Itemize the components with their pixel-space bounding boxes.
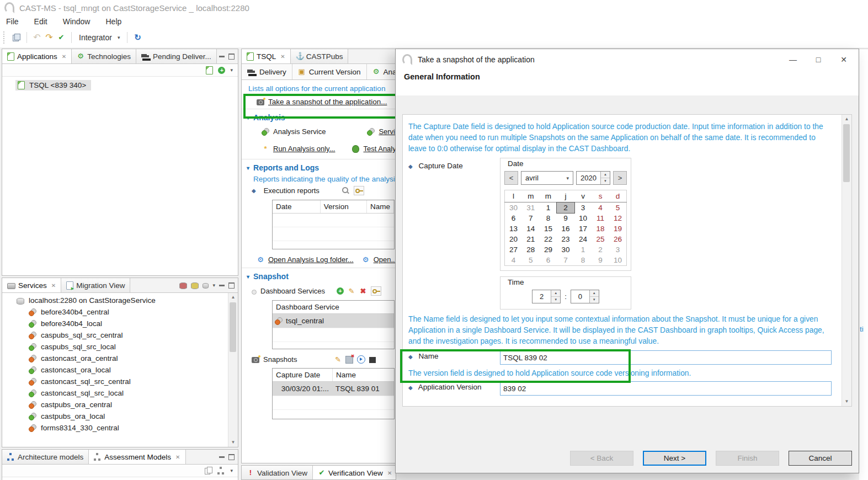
tab-verification-view[interactable]: ✔Verification View✕ [313,466,396,480]
edit-pencil-icon[interactable]: ✎ [334,356,342,364]
calendar-day[interactable]: 4 [592,202,609,214]
refresh-button[interactable]: ↻ [131,33,143,42]
open-analysis-log-link[interactable]: Open Analysis Log folder... [268,255,354,264]
application-tree-item[interactable]: TSQL <839 340> [15,80,91,90]
calendar-day[interactable]: 19 [609,223,627,234]
scrollbar-thumb[interactable] [230,302,236,352]
view-menu-icon[interactable]: ▾ [230,468,233,473]
open-other-log-link[interactable]: Open... [374,255,396,264]
run-snapshot-icon[interactable] [357,355,365,364]
calendar-day[interactable]: 1 [540,202,557,214]
calendar-day[interactable]: 2 [592,244,609,255]
calendar-day[interactable]: 6 [540,255,557,266]
calendar-day[interactable]: 8 [540,213,557,223]
cancel-button[interactable]: Cancel [789,451,852,466]
take-snapshot-link[interactable]: Take a snapshot of the application... [268,98,387,106]
dialog-scrollbar[interactable]: ▲ ▼ [842,115,851,406]
calendar-day[interactable]: 9 [557,213,574,223]
calendar-day[interactable]: 7 [557,255,574,266]
scroll-down-icon[interactable]: ▼ [842,397,851,406]
minute-spinner[interactable]: 0 ▲▼ [571,290,599,303]
tab-pending-deliver[interactable]: Pending Deliver... [136,49,217,63]
table-row[interactable] [273,342,394,349]
table-row[interactable] [273,227,394,241]
save-all-button[interactable] [10,33,23,42]
analysis-section-header[interactable]: ▾ Analysis [242,109,396,125]
back-button[interactable]: < Back [570,451,633,466]
delete-snapshot-icon[interactable] [345,356,353,364]
calendar-day[interactable]: 5 [522,255,540,266]
minimize-panel-icon[interactable] [219,285,225,286]
assessment-model-icon[interactable] [217,467,225,474]
calendar-day[interactable]: 10 [574,213,592,223]
tab-tsql[interactable]: TSQL✕ [242,49,291,63]
view-menu-icon[interactable]: ▾ [212,282,215,288]
tab-castpubs[interactable]: ⚓CASTPubs [291,49,349,63]
calendar-day[interactable]: 24 [574,234,592,244]
table-row[interactable] [273,396,394,410]
close-tab-icon[interactable]: ✕ [387,470,392,476]
calendar-day[interactable]: 22 [540,234,557,244]
minimize-icon[interactable]: — [780,49,806,70]
close-tab-icon[interactable]: ✕ [280,54,285,60]
calendar-day[interactable]: 4 [505,255,523,266]
tab-applications[interactable]: Applications✕ [2,49,72,63]
menu-file[interactable]: File [5,17,20,26]
dashboard-service-row[interactable]: tsql_central [273,314,394,328]
calendar-day[interactable]: 6 [505,213,523,223]
calendar-day[interactable]: 20 [505,234,523,244]
close-icon[interactable]: ✕ [831,49,856,70]
copy-icon[interactable] [205,467,212,474]
close-tab-icon[interactable]: ✕ [175,454,180,460]
run-analysis-link[interactable]: Run Analysis only... [273,145,335,153]
upload-snapshot-icon[interactable] [369,357,376,363]
service-item[interactable]: castoncast_ora_central [2,353,228,364]
spin-down-icon[interactable]: ▼ [601,178,610,184]
scroll-up-icon[interactable]: ▲ [228,293,238,302]
maximize-icon[interactable]: □ [806,49,831,70]
table-row[interactable] [273,241,394,249]
calendar-day-selected[interactable]: 2 [557,202,574,214]
service-item[interactable]: castpubs_ora_local [2,410,228,422]
tab-architecture-models[interactable]: Architecture models [2,450,89,464]
delete-x-icon[interactable]: ✖ [359,287,367,295]
menu-help[interactable]: Help [104,17,123,26]
menu-window[interactable]: Window [62,17,92,26]
maximize-panel-icon[interactable] [228,54,235,60]
subtab-analysis[interactable]: ⚙Analysis [367,64,396,79]
calendar-day[interactable]: 7 [522,213,540,223]
maximize-panel-icon[interactable] [228,454,235,460]
application-version-input[interactable] [500,381,832,396]
month-select[interactable]: avril ▾ [521,171,573,185]
table-row[interactable] [273,328,394,342]
subtab-delivery[interactable]: Delivery [242,64,292,79]
calendar-day[interactable]: 25 [592,234,609,244]
calendar-day[interactable]: 31 [522,202,540,214]
calendar-day[interactable]: 11 [592,213,609,223]
scroll-up-icon[interactable]: ▲ [842,115,851,124]
snapshot-row[interactable]: 30/03/20 01:... TSQL 839 01 [273,382,394,396]
col-version[interactable]: Version [321,200,367,213]
table-row[interactable] [273,410,394,419]
db-icon[interactable] [203,283,209,289]
validate-button[interactable]: ✔ [55,33,67,42]
view-menu-icon[interactable]: ▾ [230,67,233,73]
calendar-day[interactable]: 1 [574,244,592,255]
calendar-day[interactable]: 27 [505,244,523,255]
calendar-day[interactable]: 10 [609,255,627,266]
service-item[interactable]: castpubs_ora_central [2,399,228,410]
minimize-panel-icon[interactable] [219,456,225,458]
minimize-panel-icon[interactable] [219,56,225,57]
calendar-day[interactable]: 3 [574,202,592,214]
spin-down-icon[interactable]: ▼ [551,297,560,303]
calendar-day[interactable]: 12 [609,213,627,223]
calendar-day[interactable]: 23 [557,234,574,244]
profile-dropdown[interactable]: Integrator ▾ [76,32,123,43]
calendar-day[interactable]: 16 [557,223,574,234]
close-tab-icon[interactable]: ✕ [62,54,66,60]
edit-pencil-icon[interactable]: ✎ [348,287,355,295]
service-item[interactable]: castoncast_sql_src_central [2,376,228,387]
key-icon[interactable] [354,186,364,195]
next-month-button[interactable]: > [613,171,627,185]
tab-technologies[interactable]: ⚙Technologies [72,49,136,63]
